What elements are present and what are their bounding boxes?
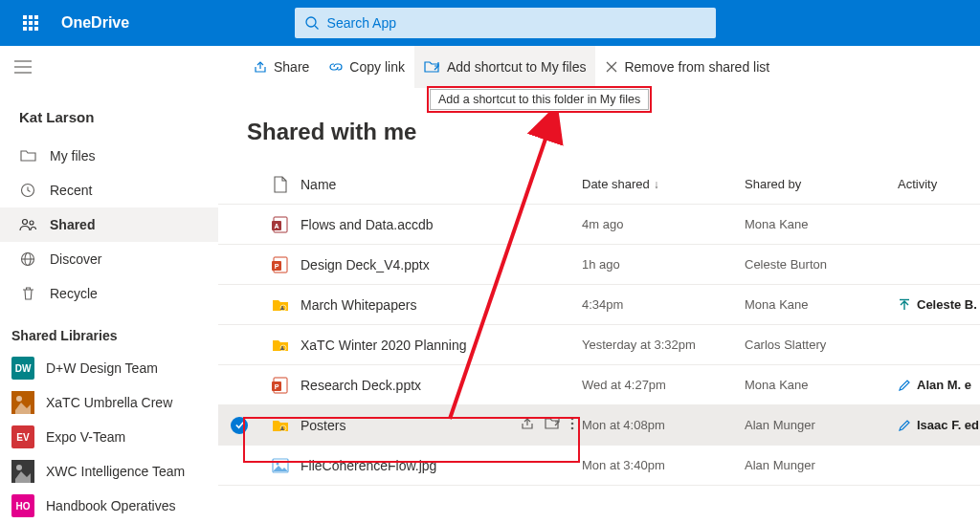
hamburger-icon [14,60,32,74]
folder-shortcut-icon [424,59,441,75]
toolbar: Share Copy link Add shortcut to My files… [0,46,980,88]
table-row[interactable]: PResearch Deck.pptxWed at 4:27pmMona Kan… [218,365,980,405]
library-item[interactable]: HOHandbook Operatives [0,489,218,523]
nav-recent[interactable]: Recent [0,173,218,207]
content: Shared with me Name Date shared↓ Shared … [218,88,980,523]
search-wrap: Search App [295,8,716,38]
table-row[interactable]: AFlows and Data.accdb4m agoMona Kane [218,205,980,245]
library-item[interactable]: EVExpo V-Team [0,420,218,454]
svg-point-25 [281,306,283,308]
nav-label: Shared [50,217,95,232]
shared-by: Alan Munger [745,458,898,472]
col-header-shared-by[interactable]: Shared by [745,177,898,191]
file-type-icon [260,456,301,475]
svg-point-10 [30,221,33,225]
file-name[interactable]: Posters [301,418,345,433]
library-item[interactable]: DWD+W Design Team [0,351,218,385]
date-shared: Mon at 3:40pm [582,458,745,472]
shared-by: Celeste Burton [745,257,898,272]
library-label: Expo V-Team [46,429,125,445]
row-shortcut-icon[interactable] [545,416,561,434]
svg-point-37 [571,427,574,430]
file-type-icon: A [260,215,301,234]
pencil-icon [898,379,911,392]
svg-point-33 [281,426,283,428]
hamburger-button[interactable] [0,60,46,74]
pencil-icon [898,419,911,432]
svg-point-36 [571,423,574,425]
sort-down-icon: ↓ [654,178,659,191]
library-label: Handbook Operatives [46,498,175,513]
table-row[interactable]: March Whitepapers4:34pmMona KaneCeleste … [218,285,980,325]
shared-by: Mona Kane [745,217,898,231]
file-type-icon [260,416,301,435]
file-table: Name Date shared↓ Shared by Activity AFl… [218,164,980,486]
col-header-name[interactable]: Name [301,177,582,192]
table-row[interactable]: PostersMon at 4:08pmAlan MungerIsaac F. … [218,405,980,446]
share-label: Share [274,59,309,75]
share-button[interactable]: Share [243,46,319,88]
close-icon [605,60,618,74]
library-item[interactable]: XaTC Umbrella Crew [0,385,218,420]
date-shared: Yesterday at 3:32pm [582,338,745,352]
library-icon [11,460,34,483]
nav-my-files[interactable]: My files [0,139,218,173]
row-more-icon[interactable] [570,416,574,434]
nav-discover[interactable]: Discover [0,242,218,276]
file-name[interactable]: Research Deck.pptx [301,378,421,393]
library-icon: HO [11,494,34,517]
col-header-activity[interactable]: Activity [898,177,980,191]
libraries-header: Shared Libraries [0,311,218,351]
selected-check-icon[interactable] [231,417,248,434]
copy-link-button[interactable]: Copy link [319,46,414,88]
main-area: Kat Larson My files Recent Shared Discov… [0,88,980,523]
svg-point-32 [280,425,286,431]
row-share-icon[interactable] [520,416,535,434]
activity-cell: Isaac F. ed [898,418,980,432]
library-item[interactable]: XWC Intelligence Team [0,454,218,489]
nav-label: My files [50,148,95,163]
shared-by: Alan Munger [745,418,898,432]
table-row[interactable]: XaTC Winter 2020 PlanningYesterday at 3:… [218,325,980,365]
tooltip-text: Add a shortcut to this folder in My file… [430,89,649,110]
globe-icon [19,251,36,267]
file-name[interactable]: March Whitepapers [301,297,416,313]
nav-shared[interactable]: Shared [0,207,218,242]
add-shortcut-label: Add shortcut to My files [447,59,587,75]
file-type-icon: P [260,376,301,395]
svg-point-17 [16,465,22,470]
svg-point-9 [23,220,28,225]
nav-recycle[interactable]: Recycle [0,276,218,311]
file-name[interactable]: Design Deck_V4.pptx [301,257,430,272]
svg-text:P: P [275,263,279,270]
library-icon [11,391,34,414]
table-row[interactable]: PDesign Deck_V4.pptx1h agoCeleste Burton [218,245,980,285]
file-name[interactable]: FileCoherenceFlow.jpg [301,458,436,473]
copy-link-label: Copy link [349,59,405,75]
add-shortcut-button[interactable]: Add shortcut to My files [414,46,596,88]
col-header-date[interactable]: Date shared↓ [582,177,745,191]
nav-label: Discover [50,251,101,267]
file-icon-header[interactable] [260,176,301,193]
library-icon: DW [11,357,34,380]
link-icon [328,59,344,75]
svg-point-35 [571,418,574,421]
search-box[interactable]: Search App [295,8,716,38]
app-header: OneDrive Search App [0,0,980,46]
file-name[interactable]: XaTC Winter 2020 Planning [301,338,467,353]
svg-line-1 [315,26,319,30]
file-type-icon [260,336,301,355]
file-name[interactable]: Flows and Data.accdb [301,217,434,232]
table-row[interactable]: FileCoherenceFlow.jpgMon at 3:40pmAlan M… [218,446,980,486]
file-type-icon [260,295,301,315]
waffle-icon [23,15,38,31]
nav-label: Recycle [50,286,98,301]
svg-point-39 [277,462,279,465]
folder-icon [19,149,36,163]
remove-shared-label: Remove from shared list [624,59,769,75]
remove-shared-button[interactable]: Remove from shared list [595,46,779,88]
shared-by: Mona Kane [745,378,898,392]
app-launcher-button[interactable] [8,0,54,46]
row-select[interactable] [218,417,260,434]
search-icon [304,15,320,31]
